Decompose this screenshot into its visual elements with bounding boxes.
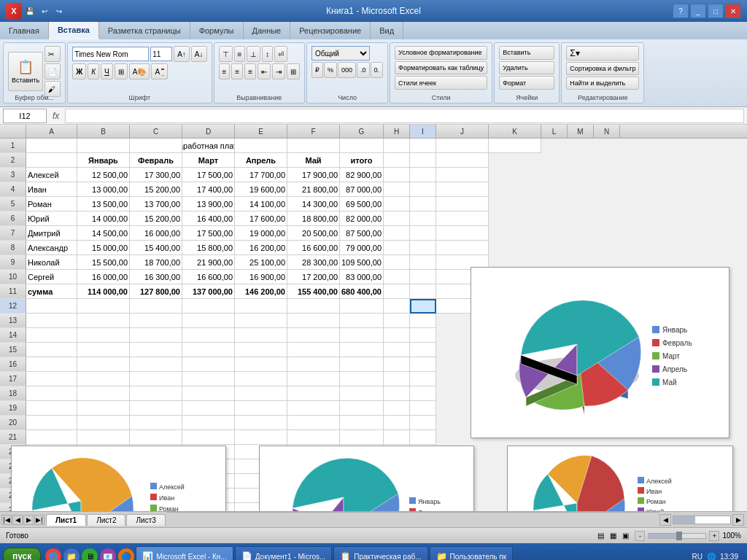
- taskbar-word-item[interactable]: 📄 Документ1 - Micros...: [235, 546, 333, 560]
- delete-cells-btn[interactable]: Удалить: [499, 61, 554, 75]
- decrease-decimal-btn[interactable]: .0: [357, 62, 370, 78]
- cell-b1[interactable]: [77, 139, 130, 153]
- col-a[interactable]: A: [26, 125, 77, 138]
- undo-quick-btn[interactable]: ↩: [38, 4, 51, 18]
- font-size-input[interactable]: [150, 47, 172, 61]
- align-bottom-btn[interactable]: ⊥: [247, 46, 260, 62]
- merge-center-btn[interactable]: ⊞: [287, 63, 300, 79]
- decrease-indent-btn[interactable]: ⇤: [258, 63, 271, 79]
- cell-a2[interactable]: [26, 153, 77, 168]
- scrollbar-track[interactable]: [673, 516, 731, 524]
- sheet-tab-3[interactable]: Лист3: [126, 514, 165, 526]
- cell-reference-box[interactable]: [3, 109, 47, 123]
- taskbar-folder-item[interactable]: 📁 Пользователь пк: [430, 546, 513, 560]
- text-direction-btn[interactable]: ↕: [262, 46, 273, 62]
- cell-styles-btn[interactable]: Стили ячеек: [395, 76, 487, 90]
- conditional-format-btn[interactable]: Условное форматирование: [395, 46, 487, 60]
- cell-c2[interactable]: Февраль: [130, 153, 182, 168]
- minimize-btn[interactable]: _: [690, 4, 706, 18]
- taskbar-icon-2[interactable]: 📁: [63, 548, 80, 560]
- taskbar-icon-1[interactable]: 🌐: [45, 548, 61, 560]
- sheet-nav-next[interactable]: ▶: [23, 515, 34, 525]
- cell-g1[interactable]: [340, 139, 384, 153]
- cell-e1[interactable]: [235, 139, 287, 153]
- help-btn[interactable]: ?: [673, 4, 689, 18]
- lang-indicator[interactable]: RU: [692, 553, 703, 561]
- col-n[interactable]: N: [594, 125, 620, 138]
- chart1[interactable]: Январь Февраль Март Апрель Май: [471, 267, 729, 438]
- currency-btn[interactable]: ₽: [311, 62, 323, 78]
- col-f[interactable]: F: [287, 125, 340, 138]
- cell-h1[interactable]: [384, 139, 410, 153]
- percent-btn[interactable]: %: [324, 62, 337, 78]
- align-top-btn[interactable]: ⊤: [219, 46, 233, 62]
- taskbar-icon-4[interactable]: 📧: [100, 548, 116, 560]
- cell-i1[interactable]: [410, 139, 436, 153]
- start-button[interactable]: пуск: [3, 548, 41, 560]
- scrollbar-thumb[interactable]: [673, 516, 695, 524]
- font-name-input[interactable]: [72, 47, 149, 61]
- col-c[interactable]: C: [130, 125, 182, 138]
- cell-f1[interactable]: [287, 139, 340, 153]
- formula-input[interactable]: [65, 109, 744, 123]
- font-color-button[interactable]: A_: [151, 63, 168, 79]
- scroll-left-btn[interactable]: ◀: [659, 514, 671, 526]
- chart4[interactable]: Алексей Иван Роман Юрий Дмитрий Александ…: [507, 446, 733, 511]
- zoom-in-btn[interactable]: +: [709, 531, 719, 541]
- tab-view[interactable]: Вид: [371, 22, 403, 39]
- cell-d2[interactable]: Март: [182, 153, 235, 168]
- sheet-nav-last[interactable]: ▶|: [34, 515, 44, 525]
- format-table-btn[interactable]: Форматировать как таблицу: [395, 61, 487, 75]
- bold-button[interactable]: Ж: [72, 63, 86, 79]
- increase-decimal-btn[interactable]: 0.: [371, 62, 384, 78]
- format-cells-btn[interactable]: Формат: [499, 76, 554, 90]
- tab-insert[interactable]: Вставка: [49, 22, 99, 39]
- sum-btn[interactable]: Σ▾: [566, 46, 639, 61]
- cell-e2[interactable]: Апрель: [235, 153, 287, 168]
- col-l[interactable]: L: [541, 125, 568, 138]
- cell-h2[interactable]: [384, 153, 410, 168]
- italic-button[interactable]: К: [88, 63, 99, 79]
- align-right-btn[interactable]: ≡: [244, 63, 256, 79]
- find-select-btn[interactable]: Найти и выделить: [566, 77, 639, 90]
- view-page-btn[interactable]: ▦: [610, 532, 616, 540]
- zoom-out-btn[interactable]: -: [635, 531, 645, 541]
- zoom-slider-thumb[interactable]: [676, 532, 682, 540]
- view-preview-btn[interactable]: ▣: [622, 532, 629, 540]
- sort-filter-btn[interactable]: Сортировка и фильтр: [566, 62, 639, 75]
- cell-j2[interactable]: [436, 153, 489, 168]
- view-normal-btn[interactable]: ▤: [597, 532, 604, 540]
- taskbar-doc-item[interactable]: 📋 Практическая раб...: [333, 546, 427, 560]
- col-d[interactable]: D: [182, 125, 235, 138]
- number-format-select[interactable]: Общий: [311, 46, 370, 61]
- cell-i2[interactable]: [410, 153, 436, 168]
- col-m[interactable]: M: [568, 125, 594, 138]
- insert-cells-btn[interactable]: Вставить: [499, 46, 554, 60]
- fill-color-button[interactable]: A🎨: [129, 63, 150, 79]
- tab-pagelayout[interactable]: Разметка страницы: [99, 22, 190, 39]
- maximize-btn[interactable]: □: [708, 4, 724, 18]
- col-i[interactable]: I: [410, 125, 436, 138]
- zoom-slider[interactable]: [648, 533, 706, 539]
- col-g[interactable]: G: [340, 125, 384, 138]
- cell-j1[interactable]: [436, 139, 489, 153]
- close-btn[interactable]: ✕: [725, 4, 741, 18]
- sheet-nav-prev[interactable]: ◀: [12, 515, 23, 525]
- align-center-btn[interactable]: ≡: [231, 63, 243, 79]
- chart3[interactable]: Январь Февраль Март Апрель Май: [259, 446, 474, 511]
- cell-a1[interactable]: [26, 139, 77, 153]
- cell-c1[interactable]: [130, 139, 182, 153]
- copy-button[interactable]: 📄: [44, 63, 61, 79]
- redo-quick-btn[interactable]: ↪: [53, 4, 66, 18]
- scroll-right-btn[interactable]: ▶: [732, 514, 744, 526]
- wrap-text-btn[interactable]: ⏎: [274, 46, 287, 62]
- align-left-btn[interactable]: ≡: [219, 63, 231, 79]
- paste-button[interactable]: 📋 Вставить: [8, 52, 43, 91]
- sheet-tab-1[interactable]: Лист1: [46, 514, 86, 526]
- tab-home[interactable]: Главная: [0, 22, 49, 39]
- cell-g2[interactable]: итого: [340, 153, 384, 168]
- taskbar-icon-5[interactable]: 🔵: [118, 548, 134, 560]
- save-quick-btn[interactable]: 💾: [23, 4, 36, 18]
- increase-indent-btn[interactable]: ⇥: [272, 63, 285, 79]
- taskbar-icon-3[interactable]: 🖥: [82, 548, 98, 560]
